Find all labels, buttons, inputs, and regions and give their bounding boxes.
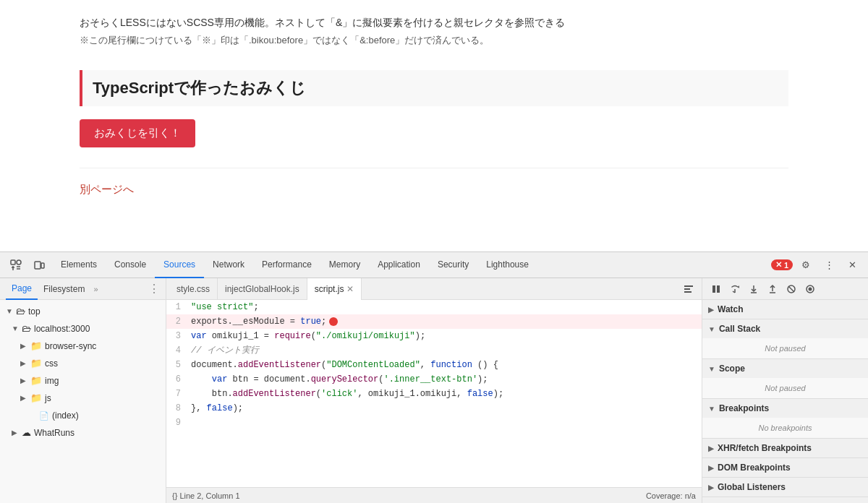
content-text-2: ※この尾行欄につけている「※」印は「.bikou:before」ではなく「&:b…: [80, 33, 788, 48]
tab-sources[interactable]: Sources: [155, 252, 204, 278]
svg-point-23: [809, 287, 812, 291]
step-out-button[interactable]: [765, 281, 780, 297]
tree-item-js[interactable]: ▶ 📁 js: [0, 390, 166, 407]
tree-label-index: (index): [52, 408, 79, 423]
file-icon: 📄: [39, 408, 49, 423]
tab-memory[interactable]: Memory: [320, 252, 369, 278]
folder-icon: 🗁: [22, 322, 31, 336]
sidebar-chevron[interactable]: »: [93, 285, 98, 293]
scope-label: Scope: [719, 364, 745, 374]
tree-label-browser-sync: browser-sync: [45, 339, 96, 353]
deactivate-breakpoints-button[interactable]: [783, 281, 799, 297]
editor-tab-style-css[interactable]: style.css: [169, 278, 218, 300]
tree-item-index[interactable]: 📄 (index): [0, 407, 166, 424]
tree-item-css[interactable]: ▶ 📁 css: [0, 355, 166, 372]
settings-icon[interactable]: ⚙: [796, 255, 816, 275]
step-over-button[interactable]: [727, 281, 743, 297]
watch-header[interactable]: ▶ Watch: [702, 300, 868, 319]
tab-lighthouse[interactable]: Lighthouse: [477, 252, 537, 278]
global-arrow: ▶: [708, 483, 714, 491]
svg-rect-11: [712, 285, 715, 293]
debug-section-event-listener: ▶ Event Listener Breakpoints: [702, 497, 868, 503]
breakpoints-label: Breakpoints: [719, 403, 769, 413]
watch-label: Watch: [718, 304, 744, 314]
global-header[interactable]: ▶ Global Listeners: [702, 478, 868, 496]
tree-item-img[interactable]: ▶ 📁 img: [0, 372, 166, 390]
tab-application[interactable]: Application: [369, 252, 429, 278]
folder-icon: 📁: [30, 391, 42, 405]
xhr-arrow: ▶: [708, 444, 714, 452]
tab-performance[interactable]: Performance: [253, 252, 320, 278]
tree-arrow: ▶: [20, 356, 27, 371]
editor-area: style.css injectGlobalHook.js script.js …: [166, 278, 702, 503]
svg-rect-10: [684, 291, 692, 293]
page-link[interactable]: 別ページへ: [80, 168, 788, 197]
device-icon[interactable]: [29, 255, 49, 275]
debug-section-callstack: ▼ Call Stack Not paused: [702, 319, 868, 359]
callstack-label: Call Stack: [719, 324, 760, 334]
more-options-icon[interactable]: ⋮: [819, 255, 839, 275]
debug-section-xhr: ▶ XHR/fetch Breakpoints: [702, 439, 868, 458]
record-button[interactable]: [802, 281, 818, 297]
code-line-8: 8 }, false);: [166, 401, 702, 416]
scope-header[interactable]: ▼ Scope: [702, 359, 868, 378]
breakpoints-header[interactable]: ▼ Breakpoints: [702, 399, 868, 418]
step-into-button[interactable]: [746, 281, 762, 297]
tree-label-img: img: [45, 374, 59, 388]
editor-tab-script-js[interactable]: script.js ✕: [307, 278, 362, 300]
devtools-panel: Elements Console Sources Network Perform…: [0, 252, 868, 503]
sidebar-tab-page[interactable]: Page: [6, 278, 38, 300]
tab-label: injectGlobalHook.js: [225, 284, 299, 294]
scope-body: Not paused: [702, 378, 868, 398]
file-sidebar: Page Filesystem » ⋮ ▼ 🗁 top ▼ 🗁 localhos…: [0, 278, 166, 503]
code-line-6: 6 var btn = document.querySelector('.inn…: [166, 372, 702, 387]
editor-status-bar: {} Line 2, Column 1 Coverage: n/a: [166, 487, 702, 503]
tree-arrow: ▶: [12, 426, 19, 440]
event-listener-header[interactable]: ▶ Event Listener Breakpoints: [702, 497, 868, 503]
status-left: {} Line 2, Column 1: [172, 491, 240, 500]
dom-header[interactable]: ▶ DOM Breakpoints: [702, 458, 868, 477]
tree-arrow: ▼: [6, 304, 13, 319]
svg-rect-6: [35, 262, 41, 269]
svg-rect-7: [41, 263, 44, 268]
tree-arrow: ▶: [20, 339, 27, 353]
tab-security[interactable]: Security: [429, 252, 477, 278]
code-line-2: 2 exports.__esModule = true;: [166, 314, 702, 329]
tree-item-browser-sync[interactable]: ▶ 📁 browser-sync: [0, 338, 166, 355]
editor-tabs: style.css injectGlobalHook.js script.js …: [166, 278, 702, 300]
cloud-icon: ☁: [22, 426, 31, 440]
tab-close-icon[interactable]: ✕: [346, 284, 354, 294]
close-icon[interactable]: ✕: [842, 255, 862, 275]
editor-content[interactable]: 1 "use strict"; 2 exports.__esModule = t…: [166, 300, 702, 487]
sidebar-tab-filesystem[interactable]: Filesystem: [38, 278, 90, 300]
tree-arrow: ▼: [12, 322, 19, 336]
dom-label: DOM Breakpoints: [718, 463, 791, 473]
callstack-header[interactable]: ▼ Call Stack: [702, 319, 868, 338]
tab-label: script.js: [315, 284, 344, 294]
xhr-header[interactable]: ▶ XHR/fetch Breakpoints: [702, 439, 868, 457]
tree-label-localhost: localhost:3000: [34, 322, 90, 336]
inspect-icon[interactable]: [6, 255, 26, 275]
svg-rect-0: [11, 260, 15, 265]
tab-elements[interactable]: Elements: [52, 252, 106, 278]
error-count: 1: [784, 261, 788, 270]
tab-format-icon[interactable]: [678, 279, 699, 299]
tab-network[interactable]: Network: [204, 252, 253, 278]
tree-arrow: ▶: [20, 391, 27, 405]
tab-label: style.css: [176, 284, 210, 294]
tree-item-top[interactable]: ▼ 🗁 top: [0, 303, 166, 320]
debug-section-scope: ▼ Scope Not paused: [702, 359, 868, 399]
tab-console[interactable]: Console: [106, 252, 155, 278]
callstack-body: Not paused: [702, 338, 868, 358]
breakpoints-body: No breakpoints: [702, 418, 868, 438]
pause-button[interactable]: [708, 281, 724, 297]
folder-icon: 🗁: [16, 304, 25, 319]
omikuji-button[interactable]: おみくじを引く！: [80, 119, 195, 147]
sidebar-more-icon[interactable]: ⋮: [148, 282, 160, 296]
status-right: Coverage: n/a: [646, 491, 696, 500]
editor-tab-inject[interactable]: injectGlobalHook.js: [218, 278, 307, 300]
global-label: Global Listeners: [718, 482, 786, 492]
tree-item-whatruns[interactable]: ▶ ☁ WhatRuns: [0, 424, 166, 442]
tree-item-localhost[interactable]: ▼ 🗁 localhost:3000: [0, 320, 166, 338]
svg-line-21: [788, 286, 794, 292]
